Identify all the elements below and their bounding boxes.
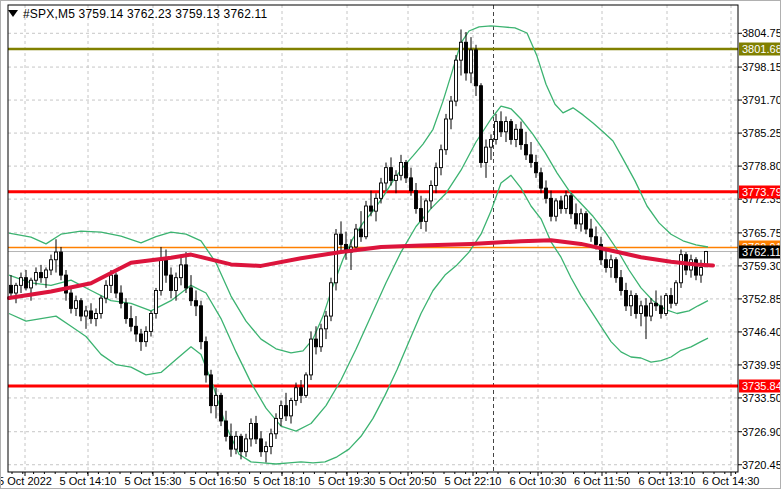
- candle-body: [305, 375, 308, 395]
- candle-body: [30, 280, 33, 288]
- candle-body: [50, 260, 53, 270]
- candle-body: [455, 60, 458, 101]
- candle-body: [190, 288, 193, 301]
- candle-body: [110, 275, 113, 285]
- candle-body: [200, 306, 203, 342]
- candle-body: [185, 265, 188, 288]
- candle-body: [565, 196, 568, 209]
- candle-body: [630, 296, 633, 306]
- candle-body: [480, 86, 483, 163]
- candle-body: [220, 395, 223, 421]
- price-axis-label: 3720.45: [742, 459, 781, 471]
- symbol-dropdown-icon[interactable]: [8, 10, 18, 17]
- candle-body: [560, 201, 563, 209]
- candle-body: [255, 424, 258, 439]
- candle-body: [15, 285, 18, 293]
- candle-body: [675, 283, 678, 303]
- price-axis-label: 3778.80: [742, 160, 781, 172]
- price-axis-label: 3726.90: [742, 426, 781, 438]
- candle-body: [535, 163, 538, 173]
- candle-body: [530, 155, 533, 163]
- candle-body: [495, 122, 498, 140]
- candle-body: [330, 283, 333, 316]
- candle-body: [430, 186, 433, 201]
- candle-body: [260, 439, 263, 452]
- time-axis-label: 6 Oct 13:10: [639, 475, 696, 487]
- candle-body: [165, 260, 168, 275]
- candle-body: [645, 306, 648, 316]
- candle-body: [55, 252, 58, 260]
- candle-body: [680, 255, 683, 283]
- price-axis-label: 3733.50: [742, 392, 781, 404]
- time-axis-label: 5 Oct 18:10: [254, 475, 311, 487]
- candle-body: [670, 296, 673, 304]
- price-marker-label: 3735.84: [739, 380, 781, 393]
- candle-body: [435, 168, 438, 186]
- candle-body: [450, 101, 453, 119]
- candle-body: [460, 42, 463, 60]
- candle-body: [525, 145, 528, 155]
- candle-body: [80, 301, 83, 316]
- candle-body: [100, 298, 103, 313]
- price-axis-label: 3759.30: [742, 260, 781, 272]
- candle-body: [180, 265, 183, 278]
- candle-body: [25, 278, 28, 288]
- candle-body: [615, 260, 618, 278]
- time-axis-label: 5 Oct 22:10: [445, 475, 502, 487]
- candle-body: [470, 50, 473, 73]
- time-axis-label: 5 Oct 16:50: [190, 475, 247, 487]
- price-axis-label: 3798.15: [742, 61, 781, 73]
- candle-body: [195, 301, 198, 306]
- candle-body: [290, 401, 293, 416]
- bollinger_middle-line: [9, 106, 708, 431]
- candle-body: [370, 206, 373, 211]
- price-marker-label: 3801.68: [739, 43, 781, 56]
- price-axis-label: 3804.75: [742, 27, 781, 39]
- candle-body: [355, 229, 358, 247]
- candle-body: [70, 293, 73, 308]
- candle-body: [105, 285, 108, 298]
- time-axis-label: 5 Oct 14:10: [60, 475, 117, 487]
- chart-window: #SPX,M5 3759.14 3762.23 3759.13 3762.11 …: [0, 0, 781, 489]
- candle-body: [285, 406, 288, 416]
- candle-body: [660, 306, 663, 314]
- candle-body: [505, 122, 508, 132]
- candle-body: [125, 303, 128, 318]
- candle-body: [385, 168, 388, 183]
- candle-body: [265, 447, 268, 452]
- chart-canvas[interactable]: [1, 1, 781, 489]
- candle-body: [215, 395, 218, 405]
- candle-body: [40, 273, 43, 278]
- candle-body: [575, 214, 578, 224]
- candle-body: [90, 311, 93, 319]
- candle-body: [235, 436, 238, 449]
- candle-body: [415, 191, 418, 209]
- candle-body: [60, 252, 63, 275]
- candle-body: [425, 201, 428, 221]
- candle-body: [665, 296, 668, 314]
- candle-body: [365, 206, 368, 237]
- candle-body: [230, 436, 233, 449]
- candle-body: [555, 201, 558, 216]
- time-axis-label: 5 Oct 20:50: [380, 475, 437, 487]
- candle-body: [325, 316, 328, 329]
- candle-body: [445, 119, 448, 150]
- candle-body: [420, 209, 423, 222]
- candle-body: [500, 122, 503, 132]
- candle-body: [170, 275, 173, 290]
- price-axis-label: 3765.75: [742, 227, 781, 239]
- candle-body: [625, 290, 628, 305]
- candle-body: [390, 168, 393, 181]
- candle-body: [440, 150, 443, 168]
- price-marker-label: 3773.79: [739, 186, 781, 199]
- candle-body: [540, 173, 543, 188]
- candle-body: [10, 285, 13, 293]
- candle-body: [580, 214, 583, 224]
- candle-body: [145, 331, 148, 341]
- candle-body: [360, 229, 363, 237]
- price-axis-label: 3746.40: [742, 326, 781, 338]
- candle-body: [225, 421, 228, 436]
- candle-body: [240, 436, 243, 451]
- candle-body: [475, 50, 478, 86]
- candle-body: [590, 229, 593, 237]
